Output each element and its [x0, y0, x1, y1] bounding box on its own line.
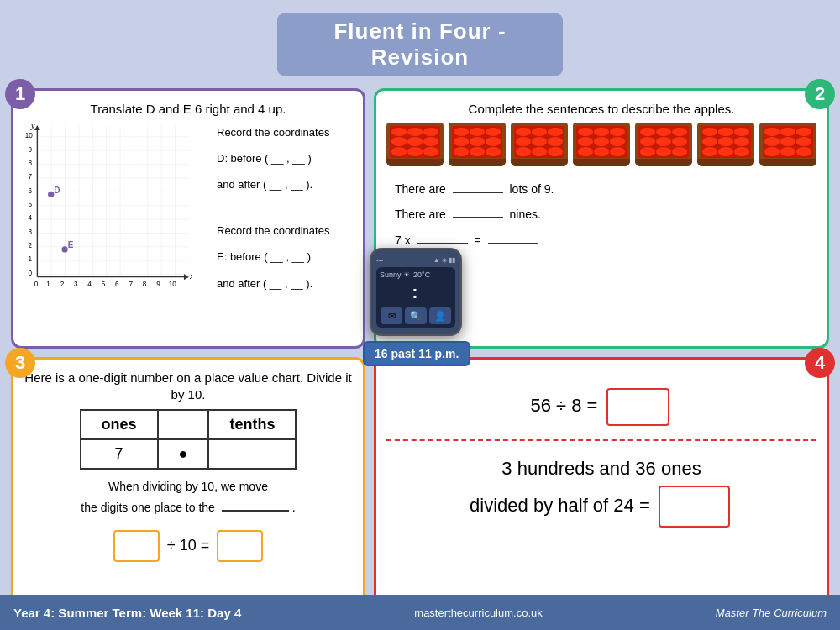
q4-calc1-text: 56 ÷ 8 =	[530, 395, 597, 416]
col-dot	[158, 410, 209, 439]
q1-instruction: Translate D and E 6 right and 4 up.	[24, 101, 353, 118]
answer-box-left[interactable]	[113, 530, 160, 562]
svg-rect-0	[37, 125, 188, 276]
svg-text:6: 6	[115, 280, 119, 287]
watch-icons: ✉ 🔍 👤	[380, 307, 452, 324]
svg-text:3: 3	[74, 280, 78, 287]
value-cell: 7	[81, 439, 158, 469]
coordinate-grid: x y 0 1 2 3 4 5 6 7 8 9 10 0	[24, 123, 192, 291]
q4-calc2: 3 hundreds and 36 onesdivided by half of…	[386, 453, 816, 529]
watch-temp: 20°C	[413, 270, 430, 279]
svg-text:2: 2	[60, 280, 65, 287]
q3-sentence: When dividing by 10, we movethe digits o…	[24, 476, 353, 518]
svg-point-31	[61, 246, 67, 252]
watch-top-bar: ••• ▲ ◈ ▮▮	[376, 256, 455, 264]
watch-icon-user[interactable]: 👤	[429, 307, 451, 324]
watch-dots: •••	[376, 256, 383, 264]
watch-icon-search[interactable]: 🔍	[405, 307, 427, 324]
svg-text:8: 8	[143, 280, 147, 287]
svg-text:3: 3	[28, 228, 32, 235]
svg-text:10: 10	[25, 132, 34, 139]
dot-cell: ●	[158, 439, 209, 469]
apple-crate	[635, 123, 692, 166]
calc-prefix: ÷ 10 =	[167, 537, 209, 554]
quadrant-1: 1 Translate D and E 6 right and 4 up.	[11, 88, 365, 349]
apple-sentences: There are lots of 9. There are nines. 7 …	[386, 176, 816, 254]
svg-text:0: 0	[28, 269, 32, 276]
col-ones: ones	[81, 410, 158, 439]
footer-left: Year 4: Summer Term: Week 11: Day 4	[13, 606, 241, 620]
footer: Year 4: Summer Term: Week 11: Day 4 mast…	[0, 595, 840, 630]
svg-text:5: 5	[102, 280, 106, 287]
page-title: Fluent in Four - Revision	[294, 18, 546, 71]
q4-calc1: 56 ÷ 8 =	[386, 386, 816, 428]
q4-divider	[386, 439, 816, 441]
footer-center: masterthecurriculum.co.uk	[414, 606, 542, 619]
q4-answer2[interactable]	[659, 486, 730, 528]
svg-text:E: E	[68, 240, 74, 249]
q1-grid-area: x y 0 1 2 3 4 5 6 7 8 9 10 0	[24, 123, 208, 301]
apple-crate	[449, 123, 506, 166]
svg-text:8: 8	[28, 159, 32, 166]
svg-text:D: D	[54, 185, 60, 194]
watch-screen: Sunny ☀ 20°C : ✉ 🔍 👤	[376, 267, 455, 328]
svg-text:x: x	[189, 271, 192, 281]
svg-text:7: 7	[28, 173, 32, 181]
watch-signal: ▲ ◈ ▮▮	[433, 256, 455, 264]
svg-text:9: 9	[156, 280, 160, 287]
badge-3: 3	[5, 348, 35, 378]
blank-4[interactable]	[488, 243, 538, 244]
watch-weather-text: Sunny ☀	[380, 270, 410, 279]
footer-right: Master The Curriculum	[716, 606, 827, 619]
smartwatch: ••• ▲ ◈ ▮▮ Sunny ☀ 20°C : ✉ 🔍 👤 16 past …	[370, 248, 462, 336]
svg-text:6: 6	[28, 186, 32, 194]
q1-content: x y 0 1 2 3 4 5 6 7 8 9 10 0	[24, 123, 353, 301]
place-value-table: ones tenths 7 ●	[80, 409, 297, 470]
coord-info-d-title: Record the coordinates	[217, 123, 353, 142]
svg-text:5: 5	[28, 201, 32, 208]
apple-crate	[511, 123, 568, 166]
watch-icon-mail[interactable]: ✉	[381, 307, 402, 324]
apple-sentence-1: There are lots of 9.	[395, 176, 808, 202]
title-bar: Fluent in Four - Revision	[277, 13, 563, 76]
coord-info-e-after: and after ( __ , __ ).	[217, 274, 353, 293]
apple-crate	[573, 123, 630, 166]
svg-text:1: 1	[28, 255, 32, 263]
svg-text:y: y	[30, 123, 35, 130]
watch-label: 16 past 11 p.m.	[363, 341, 470, 366]
badge-1: 1	[5, 79, 35, 109]
blank-2[interactable]	[453, 217, 503, 218]
svg-text:0: 0	[34, 280, 39, 287]
answer-box-right[interactable]	[217, 530, 263, 562]
quadrant-4: 4 56 ÷ 8 = 3 hundreds and 36 onesdivided…	[374, 357, 829, 617]
q3-calc: ÷ 10 =	[24, 528, 353, 564]
svg-text:7: 7	[129, 280, 133, 287]
svg-text:1: 1	[46, 280, 50, 287]
col-tenths: tenths	[208, 410, 296, 439]
blank-3[interactable]	[417, 243, 468, 244]
q3-instruction: Here is a one-digit number on a place va…	[24, 370, 353, 402]
q1-coord-info: Record the coordinates D: before ( __ , …	[217, 123, 353, 301]
watch-weather: Sunny ☀ 20°C	[380, 270, 452, 279]
svg-text:4: 4	[87, 280, 92, 287]
badge-4: 4	[805, 348, 835, 378]
watch-time: :	[380, 281, 452, 303]
q3-description: When dividing by 10, we movethe digits o…	[24, 476, 353, 518]
apple-crate	[697, 123, 754, 166]
svg-point-29	[48, 191, 54, 197]
svg-text:10: 10	[169, 280, 177, 287]
svg-text:9: 9	[28, 145, 32, 153]
coord-info-d: D: before ( __ , __ )	[217, 149, 353, 168]
apple-crate	[386, 123, 444, 166]
blank-1[interactable]	[453, 192, 503, 193]
svg-text:2: 2	[28, 242, 32, 249]
coord-info-d-after: and after ( __ , __ ).	[217, 175, 353, 194]
apples-row	[386, 123, 816, 166]
coord-info-e-title: Record the coordinates	[217, 221, 353, 240]
badge-2: 2	[805, 79, 835, 109]
q4-answer1[interactable]	[606, 388, 669, 426]
apple-crate	[759, 123, 816, 166]
blank-direction[interactable]	[222, 510, 289, 512]
quadrant-3: 3 Here is a one-digit number on a place …	[11, 357, 365, 617]
apple-sentence-2: There are nines.	[395, 202, 808, 228]
